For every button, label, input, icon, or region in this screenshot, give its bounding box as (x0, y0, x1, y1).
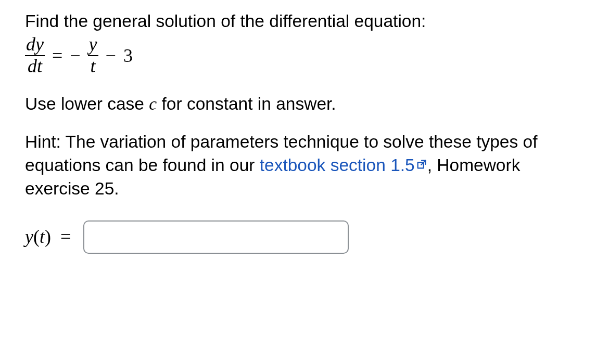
answer-label: y(t) (25, 224, 51, 250)
numerator-y: y (88, 35, 98, 55)
numerator-dy: dy (25, 35, 45, 55)
fraction-dy-dt: dy dt (25, 35, 45, 76)
answer-y: y (25, 226, 33, 247)
hint-text: Hint: The variation of parameters techni… (25, 130, 588, 201)
answer-close-paren: ) (45, 226, 51, 247)
denominator-t: t (90, 57, 97, 76)
external-link-icon (416, 152, 427, 176)
textbook-link-text: textbook section 1.5 (260, 155, 415, 175)
differential-equation: dy dt = − y t − 3 (25, 35, 588, 76)
answer-row: y(t) = (25, 220, 588, 254)
answer-input[interactable] (83, 220, 349, 254)
constant-three: 3 (123, 46, 133, 65)
instruction-post: for constant in answer. (157, 94, 336, 113)
minus-sign: − (106, 46, 116, 65)
textbook-link[interactable]: textbook section 1.5 (260, 155, 427, 175)
equals-sign: = (52, 46, 62, 65)
fraction-y-t: y t (88, 35, 98, 76)
negative-sign: − (70, 46, 80, 65)
constant-variable-c: c (149, 94, 157, 113)
instruction-pre: Use lower case (25, 94, 149, 113)
answer-equals: = (60, 224, 71, 250)
denominator-dt: dt (27, 57, 43, 76)
answer-t: t (40, 226, 45, 247)
problem-prompt: Find the general solution of the differe… (25, 9, 588, 33)
instruction-text: Use lower case c for constant in answer. (25, 92, 588, 115)
answer-open-paren: ( (33, 226, 40, 247)
